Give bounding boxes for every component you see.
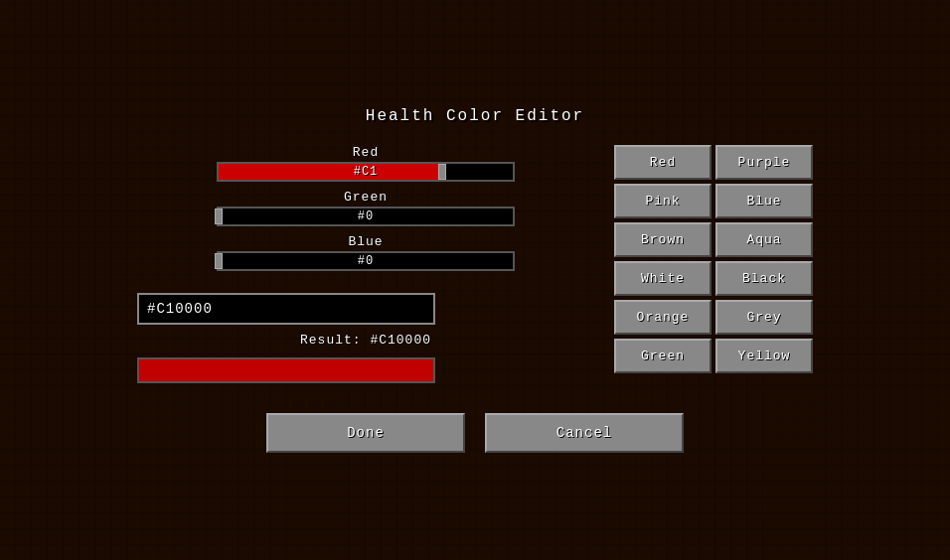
green-label: Green	[344, 190, 388, 205]
red-slider-group: Red #C1	[137, 145, 594, 182]
color-btn-black[interactable]: Black	[715, 261, 813, 296]
color-preview	[137, 357, 435, 383]
blue-slider-group: Blue #0	[137, 234, 594, 271]
color-btn-aqua[interactable]: Aqua	[715, 222, 813, 257]
done-button[interactable]: Done	[266, 413, 465, 453]
color-btn-yellow[interactable]: Yellow	[715, 339, 813, 373]
green-slider-group: Green #0	[137, 190, 594, 226]
health-color-editor-dialog: Health Color Editor Red #C1 Green #0	[137, 107, 813, 453]
blue-value: #0	[219, 254, 513, 268]
color-btn-brown[interactable]: Brown	[614, 222, 712, 257]
bottom-buttons: Done Cancel	[266, 413, 684, 453]
left-panel: Red #C1 Green #0 Blue	[137, 145, 594, 383]
dialog-title: Health Color Editor	[366, 107, 584, 125]
color-presets-panel: RedPurplePinkBlueBrownAquaWhiteBlackOran…	[614, 145, 813, 373]
color-btn-grey[interactable]: Grey	[715, 300, 813, 335]
red-label: Red	[353, 145, 379, 160]
result-label: Result: #C10000	[137, 333, 594, 348]
color-btn-orange[interactable]: Orange	[614, 300, 712, 335]
red-value: #C1	[219, 165, 513, 179]
red-slider[interactable]: #C1	[217, 162, 515, 182]
hex-input-box	[137, 293, 435, 325]
color-btn-pink[interactable]: Pink	[614, 184, 712, 218]
blue-label: Blue	[348, 234, 383, 249]
color-btn-blue[interactable]: Blue	[715, 184, 813, 218]
green-value: #0	[219, 210, 513, 223]
green-slider[interactable]: #0	[217, 207, 515, 226]
cancel-button[interactable]: Cancel	[485, 413, 684, 453]
color-btn-green[interactable]: Green	[614, 339, 712, 373]
color-btn-red[interactable]: Red	[614, 145, 712, 180]
color-btn-white[interactable]: White	[614, 261, 712, 296]
main-content: Red #C1 Green #0 Blue	[137, 145, 813, 383]
blue-slider[interactable]: #0	[217, 251, 515, 271]
color-btn-purple[interactable]: Purple	[715, 145, 813, 180]
hex-input[interactable]	[137, 293, 435, 325]
